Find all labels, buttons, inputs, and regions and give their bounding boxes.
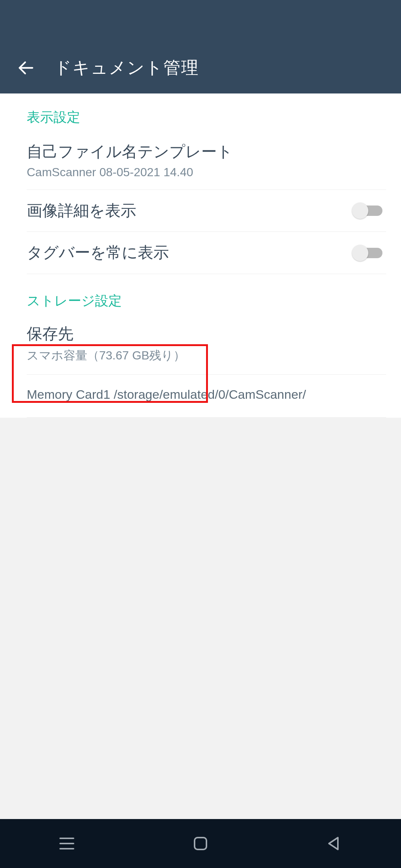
item-title: タグバーを常に表示: [27, 242, 169, 263]
page-title: ドキュメント管理: [54, 56, 199, 79]
toggle-thumb: [352, 203, 368, 219]
section-header-display: 表示設定: [27, 93, 386, 131]
svg-rect-4: [195, 838, 206, 849]
item-title: 保存先: [27, 323, 185, 345]
back-button[interactable]: [10, 52, 42, 83]
item-filename-template[interactable]: 自己ファイル名テンプレート CamScanner 08-05-2021 14.4…: [27, 131, 386, 190]
toggle-show-image-detail[interactable]: [352, 203, 386, 219]
nav-back-button[interactable]: [297, 829, 371, 858]
arrow-left-icon: [16, 58, 36, 78]
nav-recent-button[interactable]: [30, 829, 104, 858]
toggle-always-show-tagbar[interactable]: [352, 245, 386, 261]
item-subtitle: CamScanner 08-05-2021 14.40: [27, 165, 233, 179]
item-title: 自己ファイル名テンプレート: [27, 141, 233, 162]
item-title: 画像詳細を表示: [27, 200, 136, 221]
item-always-show-tagbar[interactable]: タグバーを常に表示: [27, 232, 386, 274]
section-header-storage: ストレージ設定: [27, 274, 386, 315]
app-bar: ドキュメント管理: [0, 0, 401, 93]
toggle-thumb: [352, 245, 368, 261]
settings-content: 表示設定 自己ファイル名テンプレート CamScanner 08-05-2021…: [0, 93, 401, 418]
svg-marker-5: [329, 838, 338, 849]
nav-home-button[interactable]: [163, 829, 238, 858]
storage-path[interactable]: Memory Card1 /storage/emulated/0/CamScan…: [27, 375, 386, 418]
triangle-left-icon: [325, 835, 343, 852]
menu-icon: [56, 835, 77, 852]
empty-area: [0, 418, 401, 819]
item-subtitle: スマホ容量（73.67 GB残り）: [27, 348, 185, 364]
system-nav-bar: [0, 819, 401, 868]
square-icon: [192, 835, 209, 852]
item-save-destination[interactable]: 保存先 スマホ容量（73.67 GB残り）: [27, 315, 386, 375]
item-show-image-detail[interactable]: 画像詳細を表示: [27, 190, 386, 232]
